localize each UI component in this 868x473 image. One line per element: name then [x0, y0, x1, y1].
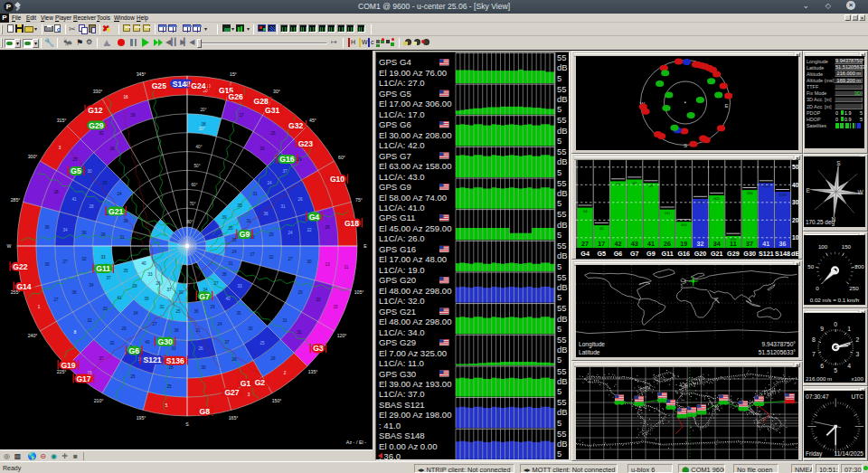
svg-text:G29: G29 [89, 121, 103, 130]
svg-text:20: 20 [316, 298, 321, 302]
svg-text:G10: G10 [330, 175, 344, 184]
svg-text:34: 34 [62, 228, 68, 232]
svg-text:32: 32 [87, 318, 92, 323]
svg-text:70°: 70° [190, 202, 196, 206]
svg-text:G29: G29 [727, 250, 740, 258]
svg-text:G21: G21 [713, 197, 720, 201]
svg-text:G22: G22 [13, 262, 27, 271]
svg-text:25: 25 [166, 384, 172, 389]
svg-text:5: 5 [557, 230, 561, 240]
svg-text:28: 28 [168, 365, 174, 370]
svg-text:S121: S121 [762, 184, 769, 188]
svg-text:G7: G7 [632, 182, 637, 185]
svg-text:31: 31 [228, 261, 233, 266]
svg-text:G1: G1 [241, 379, 251, 388]
svg-text:G4: G4 [583, 210, 588, 213]
svg-text:195°: 195° [137, 415, 146, 421]
svg-text:300°: 300° [28, 154, 38, 159]
svg-text:dB: dB [557, 220, 567, 230]
svg-text:32: 32 [159, 305, 165, 309]
svg-text:16: 16 [109, 147, 115, 151]
svg-text:5: 5 [557, 324, 561, 334]
svg-text:28: 28 [89, 204, 94, 209]
svg-text:dB: dB [557, 345, 567, 355]
svg-text:G29: G29 [731, 238, 737, 241]
svg-text:27: 27 [152, 322, 157, 326]
svg-text:26: 26 [270, 356, 276, 361]
svg-text:55: 55 [557, 241, 566, 251]
svg-text:L1C/A: 43.0: L1C/A: 43.0 [379, 172, 425, 182]
svg-text:07:30:47: 07:30:47 [806, 393, 829, 400]
svg-text:120°: 120° [337, 333, 347, 338]
svg-text:G19: G19 [61, 361, 75, 370]
svg-text:G5: G5 [71, 166, 81, 175]
svg-text:El 17.00 Az 306.00: El 17.00 Az 306.00 [379, 99, 452, 109]
svg-text:dB: dB [557, 376, 567, 386]
svg-text:G11: G11 [661, 250, 673, 258]
svg-text:G9: G9 [240, 230, 250, 239]
svg-text:G26: G26 [228, 92, 242, 101]
svg-text:El 39.00 Az 193.00: El 39.00 Az 193.00 [379, 379, 452, 389]
svg-text:dB: dB [791, 250, 798, 258]
svg-text:40: 40 [792, 182, 798, 188]
svg-text:GPS G29: GPS G29 [379, 337, 416, 347]
svg-text:dB: dB [557, 62, 567, 72]
svg-text:15°: 15° [230, 71, 237, 77]
svg-text:G30: G30 [157, 337, 172, 346]
svg-text:20: 20 [792, 217, 798, 223]
svg-text:Longitude: Longitude [579, 341, 605, 348]
svg-text:G5: G5 [598, 250, 607, 258]
svg-text:x100: x100 [852, 375, 864, 382]
svg-text:1: 1 [38, 305, 41, 309]
svg-text:22: 22 [307, 228, 312, 232]
svg-text:G9: G9 [649, 184, 654, 188]
svg-text:24: 24 [117, 192, 122, 196]
svg-text:41: 41 [762, 240, 769, 248]
svg-text:G21: G21 [108, 207, 123, 216]
svg-text:60°: 60° [192, 183, 198, 187]
svg-text:G21: G21 [711, 250, 723, 258]
svg-text:Az - / El -: Az - / El - [346, 440, 366, 445]
svg-text:5: 5 [557, 292, 561, 302]
svg-text:26: 26 [102, 181, 108, 185]
svg-text:34: 34 [133, 311, 138, 316]
svg-text:17: 17 [239, 113, 244, 118]
svg-text:8: 8 [74, 330, 77, 335]
svg-text:34: 34 [713, 240, 721, 248]
svg-text:25: 25 [175, 309, 181, 314]
svg-text:8: 8 [812, 336, 816, 343]
svg-text:3: 3 [856, 351, 860, 357]
svg-text:: 41.0: : 41.0 [379, 421, 401, 430]
svg-text:25: 25 [130, 374, 136, 379]
svg-text:11/14/2025: 11/14/2025 [834, 450, 863, 457]
svg-text:G6: G6 [614, 250, 623, 258]
svg-text:50: 50 [792, 164, 798, 170]
svg-text:40: 40 [141, 261, 146, 266]
svg-text:S: S [836, 160, 841, 166]
svg-text:26: 26 [100, 232, 106, 237]
svg-text:20: 20 [259, 147, 265, 151]
svg-text:G30: G30 [747, 192, 753, 195]
svg-text:dB: dB [557, 94, 567, 104]
svg-text:20°: 20° [201, 108, 207, 112]
svg-text:43: 43 [631, 240, 638, 248]
svg-text:5: 5 [557, 104, 561, 114]
svg-text:UTC: UTC [851, 393, 863, 400]
svg-text:L1C/A: 34.0: L1C/A: 34.0 [379, 327, 425, 337]
svg-text:L1C/A: 17.0: L1C/A: 17.0 [379, 109, 425, 119]
svg-text:0: 0 [816, 285, 819, 291]
svg-text:GPS G30: GPS G30 [379, 369, 416, 379]
svg-text:35: 35 [123, 269, 128, 273]
svg-text:30: 30 [201, 365, 206, 370]
svg-text:El 63.00 Az 158.00: El 63.00 Az 158.00 [379, 161, 452, 171]
svg-text:17: 17 [598, 240, 605, 248]
svg-text:38: 38 [174, 328, 179, 333]
svg-text:50: 50 [807, 263, 814, 270]
svg-text:165°: 165° [229, 415, 239, 421]
svg-text:El 19.00 Az 76.00: El 19.00 Az 76.00 [379, 68, 447, 78]
svg-text:38: 38 [201, 122, 206, 127]
svg-text:GPS G7: GPS G7 [379, 151, 411, 161]
svg-text:G16: G16 [681, 223, 687, 227]
svg-text:55: 55 [557, 335, 566, 345]
svg-text:32: 32 [109, 341, 115, 345]
